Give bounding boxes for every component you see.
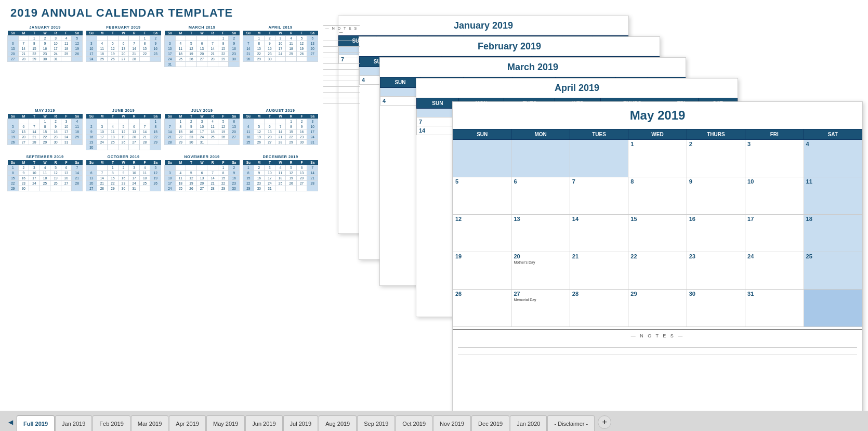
notes-label: — N O T E S —	[458, 333, 857, 338]
tabs-container: Full 2019Jan 2019Feb 2019Mar 2019Apr 201…	[17, 415, 595, 431]
large-cal-stack: January 2019 SUN MON TUES WED THURS FRI …	[338, 16, 863, 406]
small-cal-june-2019: JUNE 2019SuMTWRFSa1234567891011121314151…	[86, 108, 161, 150]
may-header: May 2019	[453, 102, 862, 129]
tab-jan-2019[interactable]: Jan 2019	[55, 415, 92, 431]
small-cal-august-2019: AUGUST 2019SuMTWRFSa12345678910111213141…	[243, 108, 318, 145]
tab-mar-2019[interactable]: Mar 2019	[131, 415, 168, 431]
small-cal-january-2019: JANUARY 2019SuMTWRFSa1234567891011121314…	[7, 25, 83, 62]
small-cal-row-0: JANUARY 2019SuMTWRFSa1234567891011121314…	[7, 25, 360, 104]
tab-aug-2019[interactable]: Aug 2019	[319, 415, 357, 431]
small-cal-july-2019: JULY 2019SuMTWRFSa1234567891011121314151…	[164, 108, 240, 145]
tab-oct-2019[interactable]: Oct 2019	[396, 415, 432, 431]
small-cal-october-2019: OCTOBER 2019SuMTWRFSa1234567891011121314…	[86, 154, 161, 191]
tab-feb-2019[interactable]: Feb 2019	[93, 415, 130, 431]
small-cal-december-2019: DECEMBER 2019SuMTWRFSa123456789101112131…	[243, 154, 318, 191]
small-cal-march-2019: MARCH 2019SuMTWRFSa123456789101112131415…	[164, 25, 240, 67]
tab-may-2019[interactable]: May 2019	[206, 415, 245, 431]
tab-bar: ◀ Full 2019Jan 2019Feb 2019Mar 2019Apr 2…	[0, 411, 868, 431]
feb-header: February 2019	[359, 37, 660, 56]
tab-jan-2020[interactable]: Jan 2020	[510, 415, 547, 431]
tab-dec-2019[interactable]: Dec 2019	[471, 415, 509, 431]
tab-apr-2019[interactable]: Apr 2019	[169, 415, 206, 431]
small-cal-february-2019: FEBRUARY 2019SuMTWRFSa123456789101112131…	[86, 25, 161, 62]
tab-nov-2019[interactable]: Nov 2019	[433, 415, 471, 431]
small-cal-september-2019: SEPTEMBER 2019SuMTWRFSa12345678910111213…	[7, 154, 83, 191]
left-calendars-panel: JANUARY 2019SuMTWRFSa1234567891011121314…	[7, 25, 360, 191]
small-cal-november-2019: NOVEMBER 2019SuMTWRFSa123456789101112131…	[164, 154, 240, 191]
tab-full-2019[interactable]: Full 2019	[17, 415, 55, 431]
notes-area: — N O T E S —	[453, 329, 862, 358]
tab-nav-left[interactable]: ◀	[5, 415, 16, 429]
small-cal-april-2019: APRIL 2019SuMTWRFSa123456789101112131415…	[243, 25, 318, 62]
tab-sep-2019[interactable]: Sep 2019	[357, 415, 395, 431]
jan-header: January 2019	[338, 16, 628, 35]
large-cal-may: May 2019 SUN MON TUES WED THURS FRI SAT	[452, 101, 863, 411]
tab---disclaimer--[interactable]: - Disclaimer -	[547, 415, 595, 431]
apr-header: April 2019	[416, 79, 738, 98]
small-cal-row-1: MAY 2019SuMTWRFSa12345678910111213141516…	[7, 108, 360, 150]
small-cal-row-2: SEPTEMBER 2019SuMTWRFSa12345678910111213…	[7, 154, 360, 191]
tab-add-button[interactable]: +	[598, 415, 611, 429]
notes-small: — N O T E S —	[323, 25, 360, 104]
tab-jun-2019[interactable]: Jun 2019	[245, 415, 282, 431]
mar-header: March 2019	[380, 58, 686, 77]
small-cal-may-2019: MAY 2019SuMTWRFSa12345678910111213141516…	[7, 108, 83, 145]
tab-jul-2019[interactable]: Jul 2019	[283, 415, 319, 431]
main-area: 2019 ANNUAL CALENDAR TEMPLATE January 20…	[0, 0, 868, 411]
